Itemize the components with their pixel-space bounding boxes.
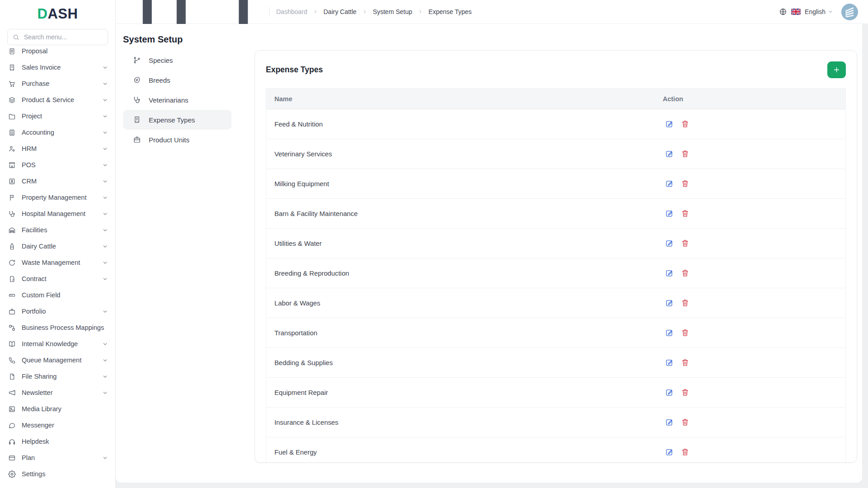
- language-selector[interactable]: English: [805, 8, 833, 15]
- delete-icon: [681, 239, 689, 248]
- setup-nav-item-product-units[interactable]: Product Units: [123, 130, 231, 150]
- sidebar-item-label: Plan: [22, 454, 96, 461]
- purchase-icon: [8, 80, 16, 88]
- setup-nav-label: Species: [149, 56, 173, 64]
- edit-button[interactable]: [665, 388, 674, 397]
- delete-icon: [681, 179, 689, 188]
- setup-nav-item-veterinarians[interactable]: Veterinarians: [123, 90, 231, 110]
- breadcrumb-item-expense-types[interactable]: Expense Types: [429, 8, 472, 15]
- avatar[interactable]: [841, 4, 858, 20]
- sidebar-item-proposal[interactable]: Proposal: [0, 48, 115, 59]
- edit-button[interactable]: [665, 358, 674, 367]
- edit-button[interactable]: [665, 269, 674, 277]
- expense-type-name: Utilities & Water: [266, 240, 663, 247]
- sidebar-item-project[interactable]: Project: [0, 108, 115, 124]
- breadcrumb-item-dashboard[interactable]: Dashboard: [276, 8, 307, 15]
- sidebar-item-waste-management[interactable]: Waste Management: [0, 254, 115, 271]
- sidebar-item-business-process-mappings[interactable]: Business Process Mappings: [0, 319, 115, 336]
- sidebar-item-plan[interactable]: Plan: [0, 450, 115, 466]
- edit-button[interactable]: [665, 179, 674, 188]
- row-actions: [663, 448, 845, 456]
- edit-button[interactable]: [665, 239, 674, 248]
- edit-button[interactable]: [665, 418, 674, 427]
- add-expense-type-button[interactable]: [827, 61, 846, 78]
- search-input[interactable]: [23, 33, 103, 41]
- table-row: Transportation: [266, 318, 845, 348]
- delete-button[interactable]: [681, 448, 689, 456]
- sidebar-item-hospital-management[interactable]: Hospital Management: [0, 206, 115, 222]
- delete-icon: [681, 418, 689, 427]
- delete-button[interactable]: [681, 328, 689, 337]
- sidebar-item-custom-field[interactable]: Custom Field: [0, 287, 115, 303]
- sidebar-item-internal-knowledge[interactable]: Internal Knowledge: [0, 336, 115, 352]
- sidebar-item-messenger[interactable]: Messenger: [0, 417, 115, 433]
- edit-icon: [665, 269, 674, 277]
- sidebar-item-purchase[interactable]: Purchase: [0, 75, 115, 92]
- expense-type-name: Breeding & Reproduction: [266, 270, 663, 277]
- sidebar-item-product-service[interactable]: Product & Service: [0, 92, 115, 108]
- delete-button[interactable]: [681, 239, 689, 248]
- delete-button[interactable]: [681, 209, 689, 218]
- sidebar-item-hrm[interactable]: HRM: [0, 141, 115, 157]
- setup-nav-item-expense-types[interactable]: $Expense Types: [123, 110, 231, 130]
- row-actions: [663, 269, 845, 277]
- content-columns: SpeciesBreedsVeterinarians$Expense Types…: [123, 50, 862, 483]
- edit-button[interactable]: [665, 209, 674, 218]
- delete-button[interactable]: [681, 358, 689, 367]
- sidebar-item-sales-invoice[interactable]: $Sales Invoice: [0, 59, 115, 75]
- delete-button[interactable]: [681, 299, 689, 307]
- sidebar-item-file-sharing[interactable]: File Sharing: [0, 368, 115, 385]
- sidebar-item-label: File Sharing: [22, 373, 96, 380]
- workflow-icon: [8, 324, 16, 332]
- setup-nav-item-species[interactable]: Species: [123, 50, 231, 70]
- chevron-down-icon: [102, 65, 108, 70]
- breadcrumb-item-dairy-cattle[interactable]: Dairy Cattle: [324, 8, 357, 15]
- chevron-down-icon: [102, 374, 108, 380]
- edit-button[interactable]: [665, 120, 674, 128]
- breadcrumb-item-system-setup[interactable]: System Setup: [373, 8, 412, 15]
- setup-nav-item-breeds[interactable]: Breeds: [123, 70, 231, 90]
- edit-button[interactable]: [665, 150, 674, 158]
- sidebar-item-queue-management[interactable]: Queue Management: [0, 352, 115, 368]
- globe-icon[interactable]: [779, 8, 787, 16]
- expense-type-name: Equipment Repair: [266, 389, 663, 396]
- recycle-icon: [8, 259, 16, 267]
- topbar: DashboardDairy CattleSystem SetupExpense…: [116, 0, 868, 24]
- delete-button[interactable]: [681, 269, 689, 277]
- delete-button[interactable]: [681, 418, 689, 427]
- sidebar-item-facilities[interactable]: Facilities: [0, 222, 115, 238]
- sidebar-item-crm[interactable]: CRM: [0, 173, 115, 189]
- book-icon: [8, 340, 16, 348]
- project-icon: [8, 113, 16, 120]
- edit-button[interactable]: [665, 448, 674, 456]
- edit-icon: [665, 299, 674, 307]
- sidebar-item-dairy-cattle[interactable]: Dairy Cattle: [0, 238, 115, 254]
- sidebar-item-portfolio[interactable]: Portfolio: [0, 303, 115, 319]
- delete-button[interactable]: [681, 150, 689, 158]
- delete-button[interactable]: [681, 120, 689, 128]
- sidebar-item-accounting[interactable]: Accounting: [0, 124, 115, 141]
- sidebar-item-helpdesk[interactable]: Helpdesk: [0, 433, 115, 450]
- sidebar-item-media-library[interactable]: Media Library: [0, 401, 115, 417]
- svg-text:$: $: [136, 117, 138, 121]
- sidebar-item-contract[interactable]: Contract: [0, 271, 115, 287]
- sidebar-item-newsletter[interactable]: Newsletter: [0, 385, 115, 401]
- sidebar-item-property-management[interactable]: Property Management: [0, 189, 115, 206]
- svg-text:$: $: [11, 65, 13, 68]
- delete-button[interactable]: [681, 388, 689, 397]
- chevron-down-icon: [102, 455, 108, 461]
- sidebar-item-settings[interactable]: Settings: [0, 466, 115, 482]
- delete-icon: [681, 358, 689, 367]
- sidebar-item-label: Sales Invoice: [22, 64, 96, 71]
- sidebar-item-pos[interactable]: POS: [0, 157, 115, 173]
- delete-button[interactable]: [681, 179, 689, 188]
- app: DASH Proposal$Sales InvoicePurchaseProdu…: [0, 0, 868, 488]
- edit-icon: [665, 150, 674, 158]
- edit-button[interactable]: [665, 328, 674, 337]
- edit-icon: [665, 448, 674, 456]
- edit-button[interactable]: [665, 299, 674, 307]
- gear-icon: [8, 470, 16, 478]
- table-row: Barn & Facility Maintenance: [266, 199, 845, 229]
- brand-logo[interactable]: DASH: [0, 0, 115, 28]
- chevron-right-icon: [418, 9, 423, 14]
